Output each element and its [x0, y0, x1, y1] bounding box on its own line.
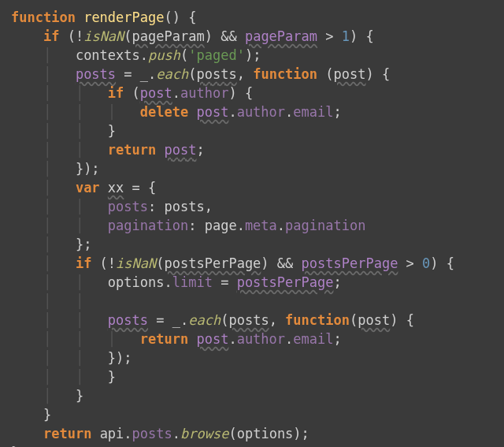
- token-p: (!: [59, 28, 83, 44]
- token-puw: post: [196, 104, 228, 120]
- token-p: (: [220, 312, 228, 328]
- token-p: });: [108, 350, 132, 366]
- token-guide: [11, 28, 43, 44]
- code-line[interactable]: │ │ posts = _.each(posts, function(post)…: [11, 312, 414, 328]
- token-k: if: [76, 255, 91, 271]
- token-puw: posts: [76, 66, 116, 82]
- token-p: ) {: [350, 28, 374, 44]
- token-p: [100, 180, 108, 196]
- token-idw: xx: [108, 180, 124, 196]
- token-id: _: [172, 312, 180, 328]
- token-guide: │ │: [11, 350, 108, 366]
- token-p: ) &&: [205, 28, 245, 44]
- token-p: ;: [196, 142, 204, 158]
- code-line[interactable]: │ │ │ delete post.author.email;: [11, 104, 342, 120]
- token-p: .: [124, 426, 132, 441]
- code-line[interactable]: │ │: [11, 293, 108, 309]
- token-p: ) {: [390, 312, 414, 328]
- code-line[interactable]: │ │ return post;: [11, 142, 205, 158]
- token-prop: posts: [108, 199, 148, 214]
- token-fn: renderPage: [83, 9, 164, 25]
- code-line[interactable]: │ };: [11, 237, 91, 252]
- token-call: isNaN: [83, 28, 124, 44]
- token-idw: post: [358, 312, 390, 328]
- code-line[interactable]: function renderPage() {: [11, 9, 196, 25]
- token-idw: postsPerPage: [165, 255, 261, 271]
- token-p: .: [277, 218, 285, 233]
- token-guide: │: [11, 66, 76, 82]
- token-num: 1: [342, 28, 350, 44]
- token-k: return: [140, 331, 188, 347]
- token-p: ,: [269, 312, 285, 328]
- code-line[interactable]: │ posts = _.each(posts, function (post) …: [11, 66, 390, 82]
- token-p: (: [350, 312, 358, 328]
- token-k: var: [76, 180, 100, 196]
- token-k: delete: [140, 104, 188, 120]
- code-line[interactable]: │ contexts.push('paged');: [11, 47, 261, 63]
- token-prop: meta: [245, 218, 277, 233]
- token-p: }: [108, 369, 116, 385]
- token-p: .: [228, 331, 236, 347]
- token-id: posts: [165, 199, 205, 214]
- token-k: if: [108, 85, 124, 101]
- token-prop: author: [237, 104, 285, 120]
- code-line[interactable]: │ }: [11, 388, 83, 404]
- token-p: );: [245, 47, 261, 63]
- token-p: .: [228, 104, 236, 120]
- token-guide: │: [11, 388, 76, 404]
- code-line[interactable]: │ │ pagination: page.meta.pagination: [11, 218, 365, 233]
- token-k: if: [43, 28, 59, 44]
- token-prop: pagination: [285, 218, 365, 233]
- token-guide: │: [11, 47, 76, 63]
- token-k: function: [253, 66, 317, 82]
- token-p: (: [156, 255, 164, 271]
- token-p: .: [164, 274, 172, 290]
- token-p: (: [317, 66, 333, 82]
- token-p: (: [188, 66, 196, 82]
- token-prop: email: [293, 331, 333, 347]
- token-prop: limit: [172, 274, 213, 290]
- token-puw: post: [196, 331, 228, 347]
- token-guide: │ │ │: [11, 104, 140, 120]
- token-call: push: [148, 47, 180, 63]
- token-p: ) &&: [261, 255, 301, 271]
- token-guide: │: [11, 161, 76, 177]
- token-p: (: [124, 85, 139, 101]
- token-puw: postsPerPage: [302, 255, 398, 271]
- code-editor[interactable]: function renderPage() { if (!isNaN(pageP…: [0, 0, 504, 447]
- token-p: ;: [333, 274, 341, 290]
- token-id: options: [108, 274, 165, 290]
- code-line[interactable]: │ │ }: [11, 369, 116, 385]
- code-line[interactable]: │ │ posts: posts,: [11, 199, 213, 214]
- token-p: [76, 9, 83, 25]
- code-line[interactable]: return api.posts.browse(options);: [11, 426, 309, 441]
- code-line[interactable]: │ │ options.limit = postsPerPage;: [11, 274, 342, 290]
- code-line[interactable]: }: [11, 407, 51, 423]
- token-p: .: [285, 104, 293, 120]
- code-line[interactable]: if (!isNaN(pageParam) && pageParam > 1) …: [11, 28, 374, 44]
- code-line[interactable]: │ if (!isNaN(postsPerPage) && postsPerPa…: [11, 255, 454, 271]
- token-p: (: [124, 28, 132, 44]
- token-call: browse: [180, 426, 228, 441]
- code-line[interactable]: │ │ }: [11, 123, 116, 139]
- token-puw: posts: [108, 312, 148, 328]
- token-p: ;: [334, 104, 342, 120]
- token-guide: │ │: [11, 218, 108, 233]
- token-p: .: [237, 218, 245, 233]
- code-line[interactable]: │ │ });: [11, 350, 132, 366]
- code-line[interactable]: │ });: [11, 161, 100, 177]
- token-p: ,: [205, 199, 213, 214]
- code-line[interactable]: │ var xx = {: [11, 180, 156, 196]
- token-p: .: [180, 312, 188, 328]
- token-puw: postsPerPage: [237, 274, 334, 290]
- token-idw: posts: [197, 66, 237, 82]
- token-k: return: [43, 426, 91, 441]
- token-puw: post: [165, 142, 197, 158]
- token-p: >: [398, 255, 422, 271]
- token-guide: │: [11, 255, 76, 271]
- token-p: ;: [334, 331, 342, 347]
- code-line[interactable]: │ │ │ return post.author.email;: [11, 331, 342, 347]
- token-p: [156, 142, 164, 158]
- code-line[interactable]: │ │ if (post.author) {: [11, 85, 253, 101]
- token-prop: pagination: [108, 218, 188, 233]
